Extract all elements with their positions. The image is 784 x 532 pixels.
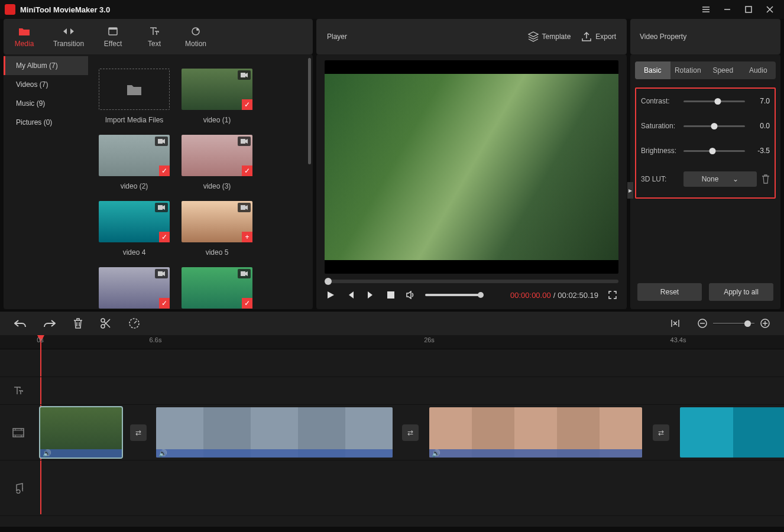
transition-button[interactable]: ⇄ — [402, 424, 419, 441]
tab-transition[interactable]: Transition — [45, 19, 92, 54]
transition-icon — [63, 25, 74, 37]
video-icon — [238, 269, 251, 278]
sidebar-item-myalbum[interactable]: My Album (7) — [4, 56, 88, 75]
folder-icon — [127, 83, 142, 96]
brightness-slider[interactable] — [683, 150, 745, 152]
tab-motion[interactable]: Motion — [175, 19, 216, 54]
timeline-clip[interactable]: 🔊 — [429, 407, 642, 458]
check-icon: ✓ — [159, 232, 170, 242]
svg-rect-7 — [241, 139, 245, 144]
sidebar-item-pictures[interactable]: Pictures (0) — [4, 113, 88, 132]
motion-icon — [190, 25, 202, 37]
scrub-bar[interactable] — [325, 280, 618, 283]
minimize-button[interactable] — [718, 1, 737, 18]
svg-rect-0 — [746, 7, 751, 12]
apply-all-button[interactable]: Apply to all — [709, 283, 773, 301]
volume-button[interactable] — [405, 289, 417, 301]
import-media-button[interactable]: Import Media Files — [99, 69, 170, 124]
video-icon — [155, 203, 168, 212]
template-icon — [528, 31, 539, 42]
video-icon — [155, 137, 168, 146]
redo-button[interactable] — [44, 319, 56, 328]
template-button[interactable]: Template — [528, 31, 571, 42]
export-button[interactable]: Export — [581, 31, 616, 42]
text-icon — [148, 25, 160, 37]
property-panel: ▸ Basic Rotation Speed Audio Contrast: 7… — [630, 54, 780, 309]
tab-text[interactable]: Text — [134, 19, 175, 54]
zoom-in-button[interactable] — [760, 319, 770, 328]
main-tabs: Media Transition Effect Text Motion — [4, 19, 313, 54]
tab-label: Text — [148, 40, 161, 48]
video-track[interactable]: 🔊 ⇄ 🔊 ⇄ 🔊 ⇄ — [0, 405, 784, 460]
transition-button[interactable]: ⇄ — [130, 424, 147, 441]
prop-tab-speed[interactable]: Speed — [705, 61, 741, 79]
sidebar-item-music[interactable]: Music (9) — [4, 94, 88, 113]
media-thumb[interactable]: ✓ video 4 — [99, 201, 170, 257]
undo-button[interactable] — [14, 319, 26, 328]
check-icon: ✓ — [242, 166, 252, 176]
prop-tab-audio[interactable]: Audio — [741, 61, 776, 79]
transition-button[interactable]: ⇄ — [653, 424, 669, 441]
prop-tab-basic[interactable]: Basic — [635, 61, 670, 79]
export-label: Export — [595, 33, 616, 41]
lut-select[interactable]: None ⌄ — [683, 171, 757, 187]
speed-button[interactable] — [129, 318, 140, 329]
menu-icon[interactable] — [696, 1, 715, 18]
tab-media[interactable]: Media — [4, 19, 45, 54]
saturation-slider[interactable] — [683, 125, 745, 127]
audio-icon: 🔊 — [43, 449, 51, 458]
property-header: Video Property — [630, 19, 780, 54]
music-track[interactable] — [0, 460, 784, 516]
volume-slider[interactable] — [425, 294, 481, 296]
media-thumb[interactable]: + video 5 — [182, 201, 252, 257]
svg-rect-6 — [158, 139, 163, 144]
text-track[interactable] — [0, 377, 784, 405]
close-button[interactable] — [760, 1, 779, 18]
player-header: Player Template Export — [316, 19, 627, 54]
stop-button[interactable] — [385, 289, 397, 301]
saturation-value: 0.0 — [750, 122, 770, 130]
tab-label: Transition — [53, 40, 84, 48]
collapse-button[interactable]: ▸ — [627, 182, 633, 199]
fit-button[interactable] — [670, 319, 680, 328]
split-button[interactable] — [101, 318, 111, 329]
audio-icon: 🔊 — [432, 449, 440, 458]
delete-button[interactable] — [73, 318, 83, 329]
media-thumb[interactable]: ✓ video (1) — [182, 69, 252, 124]
chevron-down-icon: ⌄ — [733, 175, 738, 183]
basic-properties: Contrast: 7.0 Saturation: 0.0 Brightness… — [635, 87, 776, 199]
svg-rect-12 — [387, 291, 394, 299]
play-button[interactable] — [325, 289, 336, 301]
track-spacer — [0, 349, 784, 377]
prop-tab-rotation[interactable]: Rotation — [670, 61, 706, 79]
maximize-button[interactable] — [739, 1, 758, 18]
check-icon: ✓ — [159, 166, 170, 176]
media-thumb[interactable]: ✓ — [99, 267, 170, 309]
media-thumb[interactable]: ✓ — [182, 267, 252, 309]
tab-effect[interactable]: Effect — [92, 19, 134, 54]
saturation-label: Saturation: — [641, 122, 679, 130]
timeline: 0s6.6s26s43.4s 🔊 ⇄ 🔊 ⇄ 🔊 ⇄ — [0, 311, 784, 527]
contrast-slider[interactable] — [683, 100, 745, 102]
timeline-clip[interactable] — [680, 407, 784, 458]
timeline-clip[interactable]: 🔊 — [156, 407, 393, 458]
reset-button[interactable]: Reset — [637, 283, 702, 301]
text-track-icon — [0, 386, 37, 395]
timeline-clip[interactable]: 🔊 — [40, 407, 122, 458]
titlebar: MiniTool MovieMaker 3.0 — [0, 0, 784, 19]
preview-viewport[interactable] — [325, 60, 618, 274]
next-button[interactable] — [365, 289, 377, 301]
zoom-slider[interactable] — [713, 323, 754, 325]
video-track-icon — [0, 428, 37, 437]
timeline-ruler[interactable]: 0s6.6s26s43.4s — [0, 335, 784, 349]
app-logo-icon — [5, 4, 15, 15]
media-thumb[interactable]: ✓ video (3) — [182, 135, 252, 190]
media-thumb[interactable]: ✓ video (2) — [99, 135, 170, 190]
player-panel: 00:00:00.00 / 00:02:50.19 — [316, 54, 627, 309]
zoom-out-button[interactable] — [698, 319, 707, 328]
prev-button[interactable] — [345, 289, 357, 301]
effect-icon — [107, 25, 119, 37]
trash-icon[interactable] — [762, 174, 770, 184]
sidebar-item-videos[interactable]: Videos (7) — [4, 75, 88, 94]
fullscreen-button[interactable] — [607, 289, 618, 301]
